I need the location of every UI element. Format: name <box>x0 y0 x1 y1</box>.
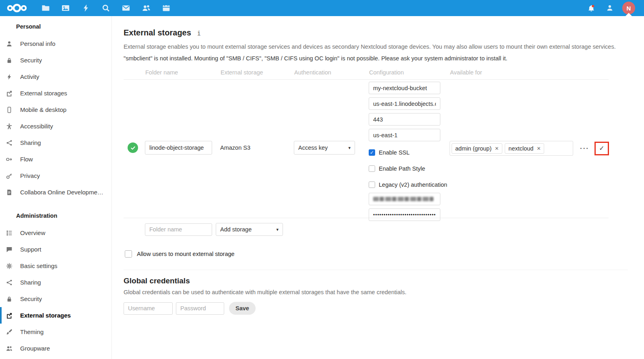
header-available-for: Available for <box>450 69 609 76</box>
sidebar-item-flow[interactable]: Flow <box>0 151 111 167</box>
info-icon[interactable]: i <box>197 30 201 37</box>
folder-name-input[interactable] <box>145 141 212 155</box>
sidebar-item-security-admin[interactable]: Security <box>0 291 111 307</box>
add-storage-select[interactable]: Add storage ▾ <box>216 223 283 236</box>
remove-chip-icon[interactable]: ✕ <box>495 146 499 151</box>
nextcloud-logo[interactable] <box>6 3 27 13</box>
allow-users-label: Allow users to mount external storage <box>137 251 235 257</box>
sidebar-item-activity[interactable]: Activity <box>0 68 111 85</box>
global-password-input[interactable] <box>176 302 224 315</box>
available-for-chip: nextcloud ✕ <box>505 143 544 154</box>
redaction-blur <box>373 197 433 201</box>
external-link-icon <box>6 312 12 319</box>
gear-icon <box>6 263 12 269</box>
legacy-auth-label: Legacy (v2) authentication <box>379 182 447 188</box>
sidebar-item-basic-settings[interactable]: Basic settings <box>0 258 111 274</box>
sidebar-item-sharing-admin[interactable]: Sharing <box>0 274 111 291</box>
sidebar-item-overview[interactable]: Overview <box>0 225 111 241</box>
calendar-icon[interactable] <box>156 0 176 16</box>
chevron-down-icon: ▾ <box>276 227 279 232</box>
active-menu-caret <box>625 13 632 16</box>
settings-sidebar: Personal Personal info Security Activity… <box>0 16 112 359</box>
share-icon <box>6 279 12 286</box>
sidebar-item-theming[interactable]: Theming <box>0 324 111 340</box>
activity-icon[interactable] <box>76 0 96 16</box>
header-external-storage: External storage <box>220 69 294 76</box>
photos-icon[interactable] <box>56 0 76 16</box>
lock-icon <box>6 296 12 302</box>
port-input[interactable] <box>369 113 440 126</box>
mobile-icon <box>6 107 12 113</box>
users-icon <box>6 345 12 352</box>
global-credentials-title: Global credentials <box>124 276 628 285</box>
external-link-icon <box>6 90 12 97</box>
page-title: External storages <box>124 28 191 37</box>
notifications-bell-icon[interactable] <box>585 0 597 16</box>
sidebar-item-security-personal[interactable]: Security <box>0 52 111 68</box>
chat-icon <box>6 246 12 253</box>
enable-path-style-checkbox[interactable] <box>369 165 375 172</box>
more-options-icon[interactable]: ··· <box>580 146 589 151</box>
top-navigation-bar: N <box>0 0 644 16</box>
sidebar-section-administration: Administration <box>0 212 111 220</box>
legacy-auth-checkbox[interactable] <box>369 182 375 188</box>
new-folder-name-input[interactable] <box>145 223 212 236</box>
external-storages-table: Folder name External storage Authenticat… <box>124 69 609 218</box>
remove-chip-icon[interactable]: ✕ <box>537 146 541 151</box>
share-icon <box>6 140 12 146</box>
enable-ssl-label: Enable SSL <box>379 149 410 156</box>
secret-key-input[interactable]: •••••••••••••••••••••••••••••• <box>369 208 440 221</box>
region-input[interactable] <box>369 129 440 141</box>
sidebar-item-mobile-desktop[interactable]: Mobile & desktop <box>0 101 111 118</box>
contacts-icon[interactable] <box>136 0 156 16</box>
enable-ssl-checkbox[interactable]: ✓ <box>369 149 375 156</box>
bucket-input[interactable] <box>369 82 440 94</box>
smbclient-warning-text: "smbclient" is not installed. Mounting o… <box>124 55 628 62</box>
sidebar-item-collabora[interactable]: Collabora Online Development Edit... <box>0 184 111 200</box>
header-authentication: Authentication <box>294 69 369 76</box>
sidebar-item-external-storages-personal[interactable]: External storages <box>0 85 111 101</box>
allow-users-checkbox[interactable] <box>125 250 132 258</box>
available-for-chip: admin (group) ✕ <box>452 143 502 154</box>
enable-path-style-label: Enable Path Style <box>379 165 425 172</box>
external-storage-type: Amazon S3 <box>220 141 294 155</box>
access-key-input-redacted[interactable] <box>369 193 440 205</box>
global-credentials-section: Global credentials Global credentials ca… <box>124 270 628 315</box>
confirm-storage-button[interactable]: ✓ <box>594 142 609 155</box>
sidebar-item-groupware[interactable]: Groupware <box>0 340 111 357</box>
sidebar-item-personal-info[interactable]: Personal info <box>0 35 111 52</box>
files-icon[interactable] <box>35 0 56 16</box>
search-icon[interactable] <box>96 0 116 16</box>
allow-users-row: Allow users to mount external storage <box>124 250 628 258</box>
key-icon <box>6 173 12 179</box>
sidebar-item-external-storages-admin[interactable]: External storages <box>0 307 111 324</box>
lock-icon <box>6 57 12 64</box>
authentication-select[interactable]: Access key ▾ <box>294 141 355 155</box>
sidebar-section-personal: Personal <box>0 23 111 31</box>
user-icon <box>6 41 12 47</box>
sidebar-item-accessibility[interactable]: Accessibility <box>0 118 111 134</box>
flow-icon <box>6 156 12 163</box>
accessibility-icon <box>6 123 12 130</box>
sidebar-item-support[interactable]: Support <box>0 241 111 258</box>
hostname-input[interactable] <box>369 97 440 110</box>
sidebar-item-sharing-personal[interactable]: Sharing <box>0 134 111 151</box>
list-icon <box>6 230 12 236</box>
topbar-apps <box>0 0 176 16</box>
table-header-row: Folder name External storage Authenticat… <box>124 69 609 80</box>
contacts-menu-icon[interactable] <box>604 0 616 16</box>
document-icon <box>6 189 12 196</box>
global-username-input[interactable] <box>124 302 173 315</box>
header-configuration: Configuration <box>369 69 450 76</box>
sidebar-item-privacy[interactable]: Privacy <box>0 167 111 184</box>
header-status <box>124 69 145 76</box>
available-for-tag-input[interactable]: admin (group) ✕ nextcloud ✕ <box>450 141 573 156</box>
storage-status-ok-icon <box>128 142 138 153</box>
header-folder-name: Folder name <box>145 69 220 76</box>
save-button[interactable]: Save <box>229 302 256 315</box>
external-storages-settings: External storagesi External storage enab… <box>112 16 644 359</box>
brush-icon <box>6 329 12 335</box>
available-for-cell: admin (group) ✕ nextcloud ✕ ··· ✓ <box>450 141 609 156</box>
intro-text: External storage enables you to mount ex… <box>124 43 628 50</box>
mail-icon[interactable] <box>116 0 136 16</box>
